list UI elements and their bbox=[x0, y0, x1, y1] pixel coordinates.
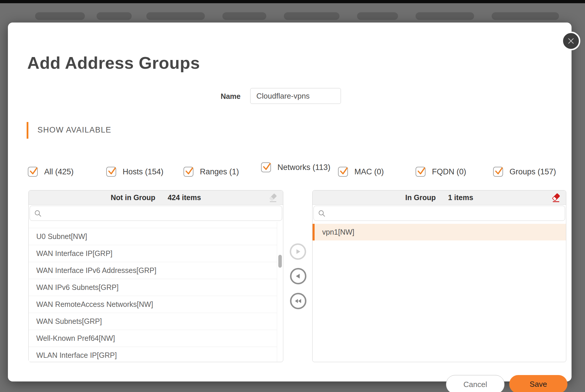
filter-label: All (425) bbox=[44, 167, 74, 176]
panel-title: Not in Group bbox=[111, 193, 155, 202]
list-item[interactable]: WAN Interface IPv6 Addresses[GRP] bbox=[29, 262, 277, 279]
add-address-groups-dialog: Add Address Groups Name SHOW AVAILABLE A… bbox=[8, 23, 572, 381]
move-left-button[interactable] bbox=[290, 268, 306, 284]
filter-label: Networks (113) bbox=[277, 162, 313, 172]
filter-label: Groups (157) bbox=[509, 167, 556, 176]
screen: Add Address Groups Name SHOW AVAILABLE A… bbox=[0, 0, 585, 392]
dimmed-background-shape bbox=[222, 12, 266, 20]
in-group-search-input[interactable] bbox=[329, 206, 562, 221]
filter-label: FQDN (0) bbox=[432, 167, 466, 176]
dimmed-background-shape bbox=[357, 12, 398, 20]
dimmed-background-shape bbox=[146, 12, 205, 20]
search-icon bbox=[34, 209, 42, 219]
not-in-group-header: Not in Group 424 items bbox=[29, 190, 283, 205]
checkbox-checked-icon[interactable] bbox=[338, 167, 348, 177]
in-group-searchbox bbox=[313, 206, 565, 221]
dimmed-background-shape bbox=[284, 12, 339, 20]
partially-scrolled-row bbox=[29, 222, 277, 228]
filter-networks[interactable]: Networks (113) bbox=[261, 157, 313, 178]
checkbox-checked-icon[interactable] bbox=[28, 167, 38, 177]
dimmed-background-shape bbox=[35, 12, 85, 20]
not-in-group-searchbox bbox=[30, 206, 282, 221]
clear-search-eraser-icon[interactable] bbox=[267, 192, 279, 204]
close-icon bbox=[567, 37, 575, 45]
filter-label: Ranges (1) bbox=[200, 167, 239, 176]
name-input[interactable] bbox=[250, 88, 341, 104]
list-item[interactable]: WAN Subnets[GRP] bbox=[29, 313, 277, 330]
list-item[interactable]: Well-Known Pref64[NW] bbox=[29, 330, 277, 347]
checkbox-checked-icon[interactable] bbox=[493, 167, 503, 177]
arrow-left-icon bbox=[294, 272, 302, 280]
filter-hosts[interactable]: Hosts (154) bbox=[106, 166, 164, 178]
filter-label: MAC (0) bbox=[354, 167, 384, 176]
not-in-group-search-input[interactable] bbox=[45, 206, 279, 221]
list-item[interactable]: WLAN Interface IP[GRP] bbox=[29, 347, 277, 362]
move-right-button[interactable] bbox=[290, 243, 306, 260]
browser-top-strip bbox=[0, 0, 585, 3]
checkbox-checked-icon[interactable] bbox=[261, 162, 271, 172]
checkbox-checked-icon[interactable] bbox=[106, 167, 116, 177]
move-all-left-button[interactable] bbox=[290, 293, 306, 309]
scrollbar-track[interactable] bbox=[277, 222, 283, 362]
close-button[interactable] bbox=[562, 32, 580, 50]
list-item[interactable]: WAN Interface IP[GRP] bbox=[29, 245, 277, 262]
dimmed-background-shape bbox=[97, 12, 132, 20]
dialog-title: Add Address Groups bbox=[27, 53, 200, 73]
scrollbar-thumb[interactable] bbox=[278, 255, 282, 268]
list-item[interactable]: vpn1[NW] bbox=[313, 224, 566, 240]
arrow-right-icon bbox=[294, 248, 302, 255]
name-label: Name bbox=[195, 92, 241, 101]
in-group-header: In Group 1 items bbox=[313, 190, 566, 205]
panel-count: 424 items bbox=[168, 193, 201, 202]
in-group-list: vpn1[NW] bbox=[313, 224, 566, 362]
panel-title: In Group bbox=[405, 193, 436, 202]
filter-fqdn[interactable]: FQDN (0) bbox=[416, 166, 466, 178]
dimmed-background-shape bbox=[416, 12, 474, 20]
filter-label: Hosts (154) bbox=[123, 167, 164, 176]
not-in-group-list: U0 Subnet[NW]WAN Interface IP[GRP]WAN In… bbox=[29, 222, 277, 362]
save-button[interactable]: Save bbox=[509, 375, 567, 392]
search-icon bbox=[318, 209, 326, 219]
double-arrow-left-icon bbox=[294, 297, 303, 305]
filter-mac[interactable]: MAC (0) bbox=[338, 166, 384, 178]
cancel-button[interactable]: Cancel bbox=[446, 375, 505, 392]
clear-group-eraser-icon[interactable] bbox=[550, 192, 562, 204]
panel-count: 1 items bbox=[448, 193, 473, 202]
in-group-panel: In Group 1 items vpn1[N bbox=[312, 190, 566, 362]
section-header: SHOW AVAILABLE bbox=[37, 125, 111, 135]
filter-ranges[interactable]: Ranges (1) bbox=[183, 166, 239, 178]
list-item[interactable]: WAN IPv6 Subnets[GRP] bbox=[29, 279, 277, 296]
checkbox-checked-icon[interactable] bbox=[416, 167, 426, 177]
dimmed-background-shape bbox=[492, 12, 559, 20]
list-item[interactable]: U0 Subnet[NW] bbox=[29, 228, 277, 245]
checkbox-checked-icon[interactable] bbox=[183, 167, 193, 177]
filter-groups[interactable]: Groups (157) bbox=[493, 166, 556, 178]
not-in-group-panel: Not in Group 424 items bbox=[28, 190, 283, 362]
list-item[interactable]: WAN RemoteAccess Networks[NW] bbox=[29, 296, 277, 313]
filter-all[interactable]: All (425) bbox=[28, 166, 74, 178]
section-accent-bar bbox=[27, 122, 28, 139]
